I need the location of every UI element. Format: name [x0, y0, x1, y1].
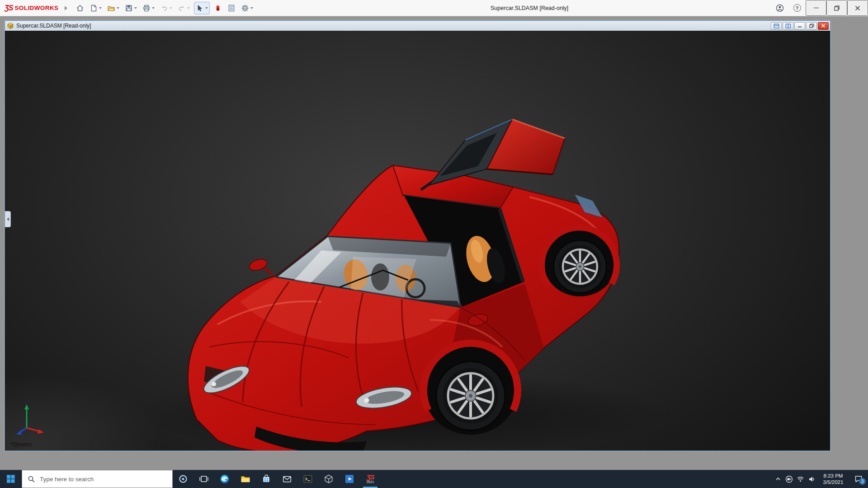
app-minimize-button[interactable] [806, 0, 826, 16]
mail-icon [282, 474, 292, 484]
select-cursor-icon [196, 4, 204, 12]
doc-close-icon [821, 23, 826, 28]
undo-dropdown-icon[interactable] [170, 7, 172, 9]
app-window-title: Supercar.SLDASM [Read-only] [491, 5, 568, 11]
solidworks-taskbar-icon: ƷS [366, 474, 374, 480]
open-button[interactable] [106, 2, 121, 14]
document-window-controls [771, 22, 829, 30]
solidworks-app: ƷS SOLIDWORKS [0, 0, 868, 488]
workspace: Supercar.SLDASM [Read-only] [0, 16, 868, 470]
tray-show-hidden-button[interactable] [772, 470, 783, 488]
tray-volume-button[interactable] [806, 470, 817, 488]
redo-dropdown-icon[interactable] [187, 7, 190, 9]
windows-logo-icon [7, 475, 15, 483]
save-dropdown-icon[interactable] [134, 7, 137, 9]
view-orientation-label: *Dimetric [10, 441, 33, 448]
taskbar-terminal-button[interactable] [297, 470, 318, 488]
doc-minimize-button[interactable] [794, 22, 805, 30]
microsoft-store-icon [262, 474, 271, 483]
document-lines-icon [227, 4, 236, 12]
task-view-icon [199, 474, 208, 483]
feature-manager-button[interactable] [226, 2, 237, 14]
save-button[interactable] [123, 2, 138, 14]
new-document-dropdown-icon[interactable] [99, 7, 102, 9]
car-3d-model[interactable] [5, 31, 830, 450]
red-tool-button[interactable] [212, 2, 223, 14]
select-tool-button[interactable] [194, 2, 210, 14]
red-cylinder-icon [214, 4, 222, 12]
menu-expand-arrow-icon[interactable] [65, 6, 67, 10]
undo-button[interactable] [159, 2, 174, 14]
media-play-icon [344, 474, 354, 484]
chevron-up-icon [775, 476, 781, 482]
account-icon [775, 4, 784, 13]
taskbar-search[interactable] [22, 470, 173, 488]
save-icon [125, 4, 133, 12]
document-title: Supercar.SLDASM [Read-only] [16, 23, 91, 29]
taskbar-task-view-button[interactable] [193, 470, 214, 488]
document-titlebar[interactable]: Supercar.SLDASM [Read-only] [5, 21, 830, 31]
tray-meet-now-button[interactable] [783, 470, 795, 488]
options-button[interactable] [240, 2, 255, 14]
feature-tree-collapse-tab[interactable] [5, 211, 11, 227]
graphics-viewport[interactable]: *Dimetric [5, 31, 830, 450]
search-input[interactable] [40, 476, 153, 483]
tray-network-button[interactable] [795, 470, 806, 488]
help-icon: ? [793, 4, 801, 12]
speaker-icon [808, 475, 816, 483]
app-titlebar: ƷS SOLIDWORKS [0, 0, 868, 16]
taskbar-store-button[interactable] [256, 470, 277, 488]
assembly-document-icon [7, 22, 14, 29]
main-toolbar [75, 2, 255, 14]
new-document-icon [90, 4, 98, 12]
meet-now-icon [785, 475, 793, 483]
taskbar-clock[interactable]: 8:23 PM 3/5/2021 [817, 473, 849, 485]
doc-window-pane-button-2[interactable] [783, 22, 793, 30]
solidworks-brand-text: SOLIDWORKS [14, 5, 58, 11]
document-window: Supercar.SLDASM [Read-only] [5, 20, 830, 451]
doc-restore-button[interactable] [806, 22, 817, 30]
redo-button[interactable] [176, 2, 191, 14]
clock-time: 8:23 PM [824, 473, 843, 479]
open-dropdown-icon[interactable] [117, 7, 119, 9]
taskbar-3d-viewer-button[interactable] [318, 470, 339, 488]
cortana-icon [179, 474, 188, 483]
help-button[interactable]: ? [788, 0, 806, 16]
file-explorer-icon [241, 474, 250, 484]
undo-icon [160, 4, 168, 12]
window-split-icon [785, 23, 791, 28]
minimize-icon [814, 8, 819, 9]
taskbar-mail-button[interactable] [277, 470, 297, 488]
taskbar-cortana-button[interactable] [173, 470, 193, 488]
print-button[interactable] [141, 2, 156, 14]
search-icon [28, 475, 35, 483]
action-center-button[interactable]: 3 [849, 470, 868, 488]
taskbar-edge-button[interactable] [214, 470, 235, 488]
doc-window-pane-button-1[interactable] [771, 22, 782, 30]
notification-count-badge: 3 [859, 478, 866, 485]
print-dropdown-icon[interactable] [152, 7, 155, 9]
doc-restore-icon [809, 23, 814, 28]
taskbar-media-app-button[interactable] [339, 470, 360, 488]
edge-browser-icon [220, 474, 230, 484]
open-folder-icon [107, 4, 115, 12]
select-tool-dropdown-icon[interactable] [205, 7, 208, 9]
taskbar-file-explorer-button[interactable] [235, 470, 256, 488]
taskbar-solidworks-button[interactable]: ƷS 2021 [360, 470, 381, 488]
options-dropdown-icon[interactable] [250, 7, 253, 9]
app-restore-button[interactable] [826, 0, 847, 16]
account-button[interactable] [771, 0, 788, 16]
start-button[interactable] [0, 470, 22, 488]
window-pane-icon [774, 23, 779, 28]
solidworks-logo-mark-icon: ƷS [5, 4, 13, 12]
solidworks-year-badge: 2021 [367, 480, 374, 484]
app-close-button[interactable] [847, 0, 868, 16]
home-icon [76, 4, 84, 12]
restore-icon [834, 5, 840, 11]
doc-close-button[interactable] [818, 22, 829, 30]
new-document-button[interactable] [88, 2, 103, 14]
chevron-left-icon [7, 217, 9, 221]
print-icon [142, 4, 151, 12]
redo-icon [178, 4, 186, 12]
home-button[interactable] [75, 2, 85, 14]
